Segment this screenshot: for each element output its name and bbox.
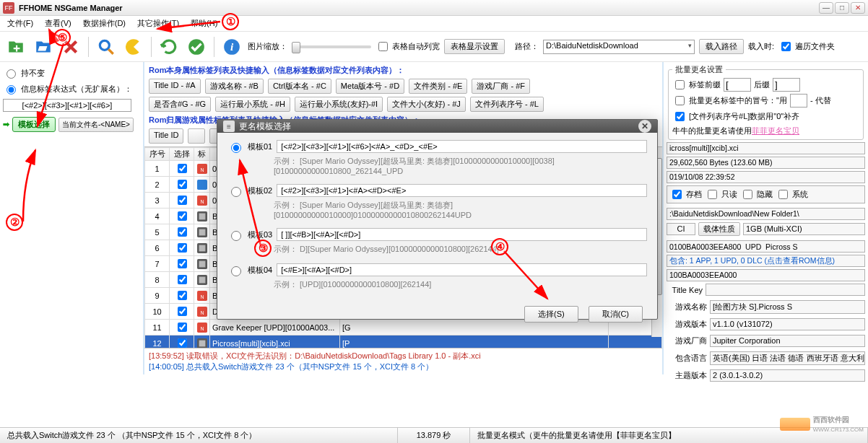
row-index: 6 <box>145 240 170 256</box>
builtin-tag-btn[interactable]: 运行最小系统(友好)-#I <box>295 97 383 112</box>
package-info-field[interactable]: 包含: 1 APP, 1 UPD, 0 DLC (点击查看ROM信息) <box>667 255 865 267</box>
attr-readonly[interactable]: 只读 <box>705 188 737 201</box>
table-header[interactable]: 选择 <box>170 148 194 161</box>
template-radio[interactable] <box>231 231 241 241</box>
display-settings-button[interactable]: 表格显示设置 <box>444 39 505 54</box>
prefix-checkbox[interactable]: 标签前缀 <box>672 78 721 92</box>
radio-keep-label: 持不变 <box>21 68 45 79</box>
row-type-icon: N <box>194 320 210 335</box>
menu-view[interactable]: 查看(V) <box>40 17 76 30</box>
builtin-tag-btn[interactable]: 文件列表序号 - #L <box>470 97 544 112</box>
table-header[interactable]: 标 <box>194 148 210 161</box>
row-select[interactable] <box>170 224 194 240</box>
row-index: 7 <box>145 256 170 272</box>
menu-file[interactable]: 文件(F) <box>3 17 38 30</box>
delete-button[interactable] <box>59 35 82 58</box>
row-select[interactable] <box>170 161 194 177</box>
svg-point-0 <box>100 40 109 50</box>
builtin-tag-btn[interactable]: 是否含#G - #G <box>149 97 211 112</box>
traverse-checkbox[interactable]: 遍历文件夹 <box>778 40 835 53</box>
colon-replace-checkbox[interactable]: 批量更名标签中的冒号："用 <box>672 94 787 108</box>
autowidth-checkbox[interactable]: 表格自动列宽 <box>376 40 440 53</box>
row-select[interactable] <box>170 177 194 193</box>
linked-tag-btn[interactable]: Title ID <box>149 128 183 144</box>
info-button[interactable]: i <box>220 35 243 58</box>
builtin-tag-btn[interactable]: Title ID - #A <box>149 79 201 94</box>
row-type-icon: N <box>194 304 210 320</box>
path-combo[interactable]: D:\BaiduNetdiskDownload <box>543 40 695 54</box>
row-select[interactable] <box>170 209 194 224</box>
template-radio[interactable] <box>231 266 241 276</box>
menu-data[interactable]: 数据操作(D) <box>79 17 130 30</box>
template-dialog-body: 模板01[<#2>][<#3>][<#1>][<#6>]<#A>_<#D>_<#… <box>217 133 657 306</box>
table-row[interactable]: 12Picross[multi][xcib].xci[P <box>145 335 662 348</box>
seqpad-checkbox[interactable]: [文件列表序号#L]数据用"0"补齐 <box>672 110 799 123</box>
attr-archive[interactable]: 存档 <box>669 188 702 201</box>
close-button[interactable]: ✕ <box>851 2 865 14</box>
row-select[interactable] <box>170 193 194 209</box>
attr-hidden[interactable]: 隐藏 <box>740 188 773 201</box>
row-select[interactable] <box>170 240 194 256</box>
row-select[interactable] <box>170 335 194 348</box>
row-select[interactable] <box>170 304 194 320</box>
search-button[interactable] <box>95 35 118 58</box>
status-time: 13.879 秒 <box>398 428 470 443</box>
pattern-input[interactable]: [<#2>][<#3>][<#1>][<#6>] <box>3 99 131 112</box>
minimize-button[interactable]: — <box>819 2 833 14</box>
row-select[interactable] <box>170 288 194 304</box>
current-name-button[interactable]: 当前文件名-<NAME> <box>58 118 134 132</box>
thumb-slider[interactable] <box>292 45 371 48</box>
template-dialog-close[interactable]: ✕ <box>638 120 651 133</box>
radio-expr[interactable] <box>6 85 16 95</box>
row-type-icon <box>194 335 210 348</box>
prefix-input[interactable] <box>724 78 751 92</box>
promo-link[interactable]: 菲菲更名宝贝 <box>752 126 799 135</box>
carrier-type-button[interactable]: 载体性质 <box>698 222 740 236</box>
info-game-label: 游戏名称 <box>667 302 707 312</box>
refresh-button[interactable] <box>157 35 181 58</box>
builtin-tag-btn[interactable]: 文件类别 - #E <box>409 79 467 94</box>
confirm-button[interactable] <box>185 35 208 58</box>
open-folder-button[interactable] <box>32 35 55 58</box>
template-select-button[interactable]: 模板选择 <box>12 117 56 132</box>
info-ver-value: v1.1.0 (v131072) <box>710 318 865 330</box>
add-folder-button[interactable] <box>4 35 27 58</box>
builtin-tags-label: Rom本身属性标签列表及快捷输入（信息标签数据对应文件列表内容）： <box>149 65 658 76</box>
row-select[interactable] <box>170 272 194 288</box>
row-type-icon: N <box>194 193 210 209</box>
green-arrow-icon: ➡ <box>3 120 9 129</box>
watermark-logo-icon <box>780 418 810 431</box>
menu-other[interactable]: 其它操作(T) <box>133 17 183 30</box>
template-dialog-cancel[interactable]: 取消(C) <box>589 306 643 323</box>
load-path-button[interactable]: 载入路径 <box>699 39 744 54</box>
row-type-icon <box>194 240 210 256</box>
table-header[interactable]: 序号 <box>145 148 170 161</box>
builtin-tag-btn[interactable]: 文件大小(友好) - #J <box>387 97 466 112</box>
colon-rep-input[interactable] <box>790 94 807 108</box>
radio-keep[interactable] <box>6 69 16 79</box>
row-type-icon: N <box>194 288 210 304</box>
template-dialog: ≡ 更名模板选择 ✕ 模板01[<#2>][<#3>][<#1>][<#6>]<… <box>217 119 658 320</box>
row-select[interactable] <box>170 256 194 272</box>
suffix-input[interactable] <box>773 78 800 92</box>
linked-tag-btn[interactable] <box>188 128 204 144</box>
row-index: 4 <box>145 209 170 224</box>
template-radio[interactable] <box>231 143 241 153</box>
template-dialog-ok[interactable]: 选择(S) <box>524 306 578 323</box>
builtin-tag-btn[interactable]: 游戏厂商 - #F <box>472 79 530 94</box>
row-index: 11 <box>145 320 170 335</box>
builtin-tag-btn[interactable]: 运行最小系统 - #H <box>215 97 290 112</box>
builtin-tag-btn[interactable]: Meta版本号 - #D <box>336 79 404 94</box>
svg-rect-18 <box>199 276 205 283</box>
template-radio[interactable] <box>231 187 241 197</box>
info-mainver-label: 主题版本 <box>667 370 707 381</box>
attr-system[interactable]: 系统 <box>776 188 808 201</box>
menu-help[interactable]: 帮助(H) <box>186 17 222 30</box>
info-maker-value: Jupiter Corporation <box>710 335 865 347</box>
row-select[interactable] <box>170 320 194 335</box>
maximize-button[interactable]: □ <box>835 2 849 14</box>
builtin-tag-btn[interactable]: 游戏名称 - #B <box>205 79 264 94</box>
row-index: 8 <box>145 272 170 288</box>
pacman-button[interactable] <box>122 35 145 58</box>
builtin-tag-btn[interactable]: Ctrl版本名 - #C <box>268 79 331 94</box>
